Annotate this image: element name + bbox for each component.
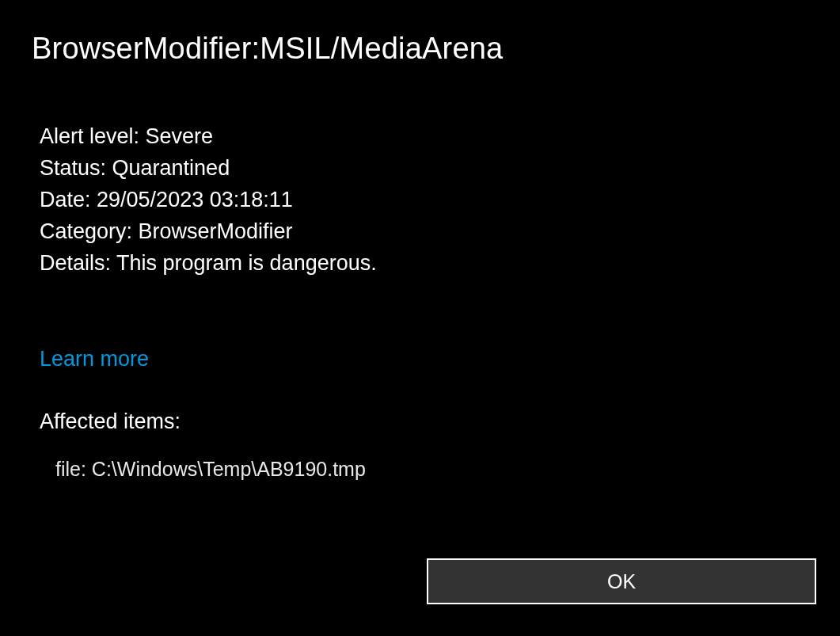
affected-items-section: Affected items: file: C:\Windows\Temp\AB… <box>32 409 808 481</box>
date-row: Date: 29/05/2023 03:18:11 <box>40 185 808 216</box>
category-value: BrowserModifier <box>139 219 293 243</box>
details-label: Details: <box>40 251 116 275</box>
details-row: Details: This program is dangerous. <box>40 248 808 280</box>
status-row: Status: Quarantined <box>40 153 808 185</box>
details-value: This program is dangerous. <box>116 251 377 275</box>
alert-level-value: Severe <box>146 124 214 148</box>
button-container: OK <box>427 558 816 604</box>
category-label: Category: <box>40 219 139 243</box>
status-label: Status: <box>40 156 112 180</box>
alert-level-label: Alert level: <box>40 124 146 148</box>
alert-level-row: Alert level: Severe <box>40 121 808 153</box>
threat-title: BrowserModifier:MSIL/MediaArena <box>32 32 808 66</box>
affected-item: file: C:\Windows\Temp\AB9190.tmp <box>40 458 808 481</box>
learn-more-link[interactable]: Learn more <box>32 347 149 371</box>
affected-items-heading: Affected items: <box>40 409 808 434</box>
date-label: Date: <box>40 188 97 211</box>
date-value: 29/05/2023 03:18:11 <box>97 188 293 211</box>
info-section: Alert level: Severe Status: Quarantined … <box>32 121 808 280</box>
category-row: Category: BrowserModifier <box>40 216 808 248</box>
status-value: Quarantined <box>112 156 230 180</box>
ok-button[interactable]: OK <box>427 558 816 604</box>
